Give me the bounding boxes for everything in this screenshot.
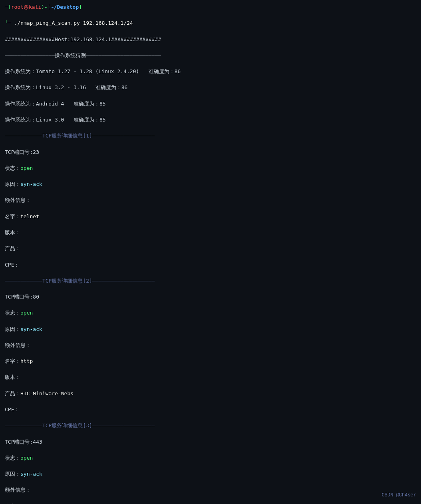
watermark: CSDN @Ch4ser bbox=[382, 492, 416, 499]
hash-line-1: ################Host:192.168.124.1######… bbox=[5, 36, 416, 44]
terminal-output: ─(root㉿kali)-[~/Desktop] └─ ./nmap_ping_… bbox=[5, 3, 416, 504]
